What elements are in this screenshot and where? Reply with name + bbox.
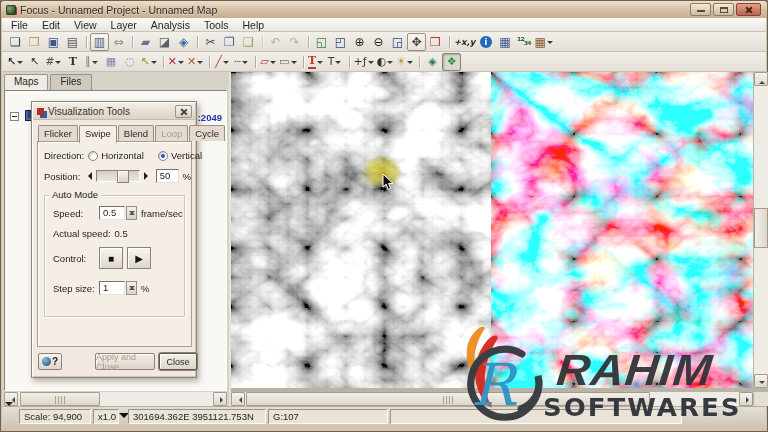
dropdown-arrow-icon[interactable]	[334, 54, 342, 70]
dropdown-arrow-icon[interactable]	[269, 54, 277, 70]
tab-swipe[interactable]: Swipe	[79, 125, 117, 143]
table-style-icon[interactable]: ▦	[533, 33, 554, 51]
tab-blend[interactable]: Blend	[118, 125, 154, 141]
apply-and-close-button[interactable]: Apply and Close	[95, 353, 155, 370]
dropdown-arrow-icon[interactable]	[54, 54, 62, 70]
map-vertical-scrollbar[interactable]	[754, 72, 768, 388]
eraser-icon[interactable]: ▰	[136, 33, 155, 51]
line-style-icon[interactable]: ╱	[213, 53, 232, 71]
dropdown-arrow-icon[interactable]	[386, 54, 394, 70]
layer-visual-icon[interactable]: ◈	[423, 53, 442, 71]
new-shapes-icon[interactable]: ✕	[167, 53, 186, 71]
redo-icon[interactable]: ↷	[285, 33, 304, 51]
function-icon[interactable]: +ƒ	[353, 53, 376, 71]
dropdown-arrow-icon[interactable]	[241, 54, 249, 70]
attribute-table-icon[interactable]: ▦	[495, 33, 514, 51]
menu-file[interactable]: File	[4, 19, 35, 31]
numeric-values-icon[interactable]: ¹²₃₄	[514, 33, 533, 51]
lasso-tool-icon[interactable]: ◌	[120, 53, 139, 71]
menu-analysis[interactable]: Analysis	[144, 19, 197, 31]
menu-help[interactable]: Help	[235, 19, 271, 31]
step-size-input[interactable]: 1	[99, 281, 125, 295]
maximize-button[interactable]	[713, 3, 734, 16]
tab-maps[interactable]: Maps	[4, 74, 48, 90]
pan-icon[interactable]: ✥	[407, 33, 426, 51]
minimize-button[interactable]	[690, 3, 711, 16]
menu-tools[interactable]: Tools	[197, 19, 236, 31]
save-icon[interactable]: ▣	[44, 33, 63, 51]
tab-flicker[interactable]: Flicker	[38, 125, 78, 141]
close-button[interactable]	[736, 3, 761, 16]
play-button[interactable]: ▶	[127, 247, 151, 269]
dropdown-arrow-icon[interactable]	[290, 54, 298, 70]
undo-icon[interactable]: ↶	[266, 33, 285, 51]
scroll-up-button[interactable]	[754, 72, 768, 86]
scrollbar-thumb[interactable]	[20, 392, 100, 406]
radio-horizontal[interactable]: Horizontal	[88, 150, 144, 161]
step-size-spinner[interactable]	[126, 281, 137, 295]
edit-shapes-icon[interactable]: ✕	[186, 53, 205, 71]
layer-manager-icon[interactable]: ▥	[90, 33, 109, 51]
copy-icon[interactable]: ❐	[220, 33, 239, 51]
menu-layer[interactable]: Layer	[104, 19, 144, 31]
scrollbar-thumb[interactable]	[246, 392, 650, 406]
area-select-icon[interactable]: ◪	[155, 33, 174, 51]
zoom-interactive-icon[interactable]: ◲	[388, 33, 407, 51]
slider-thumb[interactable]	[117, 170, 129, 183]
position-input[interactable]: 50	[156, 169, 179, 183]
dropdown-arrow-icon[interactable]	[367, 54, 375, 70]
tab-cycle[interactable]: Cycle	[189, 125, 225, 141]
dropdown-arrow-icon[interactable]	[196, 54, 204, 70]
vertex-tool-icon[interactable]: #	[44, 53, 63, 71]
scroll-left-button[interactable]	[231, 392, 245, 406]
print-icon[interactable]: ▤	[63, 33, 82, 51]
dropdown-arrow-icon[interactable]	[91, 54, 99, 70]
open-folder-icon[interactable]: ❒	[25, 33, 44, 51]
scrollbar-thumb[interactable]	[754, 208, 768, 248]
tab-files[interactable]: Files	[50, 74, 91, 90]
xy-coordinate-icon[interactable]: +x,y	[453, 33, 476, 51]
dropdown-arrow-icon[interactable]	[406, 54, 414, 70]
menu-view[interactable]: View	[67, 19, 104, 31]
text-style-icon[interactable]: T	[307, 53, 326, 71]
speed-input[interactable]: 0.5	[99, 206, 125, 220]
dropdown-arrow-icon[interactable]	[222, 54, 230, 70]
hatch-tool-icon[interactable]: ∥	[82, 53, 101, 71]
select-feature-icon[interactable]: ↖	[139, 53, 158, 71]
map-horizontal-scrollbar[interactable]	[231, 392, 753, 406]
scroll-right-button[interactable]	[213, 392, 227, 406]
menu-edit[interactable]: Edit	[35, 19, 67, 31]
scroll-down-button[interactable]	[754, 374, 768, 388]
zoom-factor[interactable]: x1.0	[93, 409, 119, 424]
slider-increase-icon[interactable]	[144, 172, 152, 180]
zoom-in-icon[interactable]: ⊕	[350, 33, 369, 51]
panel-horizontal-scrollbar[interactable]	[4, 392, 227, 406]
dropdown-arrow-icon[interactable]	[177, 54, 185, 70]
map-view[interactable]	[231, 72, 768, 406]
stamp-style-icon[interactable]: ▭	[278, 53, 298, 71]
zoom-out-icon[interactable]: ⊖	[369, 33, 388, 51]
dropdown-arrow-icon[interactable]	[16, 54, 24, 70]
dash-style-icon[interactable]: ┄	[232, 53, 251, 71]
grid-fill-icon[interactable]: ▦	[101, 53, 120, 71]
brightness-enhance-icon[interactable]: ☀	[395, 53, 415, 71]
stop-button[interactable]: ■	[99, 247, 123, 269]
dropdown-arrow-icon[interactable]	[316, 54, 324, 70]
slider-decrease-icon[interactable]	[84, 172, 92, 180]
visualization-tools-icon[interactable]: ❖	[442, 53, 461, 71]
splitter-arrow-icon[interactable]	[5, 402, 13, 410]
text-tool-icon[interactable]: T	[63, 53, 82, 71]
zoom-window-icon[interactable]: ◰	[331, 33, 350, 51]
radio-vertical[interactable]: Vertical	[158, 150, 202, 161]
dialog-title-bar[interactable]: Visualization Tools	[33, 103, 195, 120]
layers-icon[interactable]: ◈	[174, 33, 193, 51]
dialog-close-button[interactable]	[175, 105, 192, 118]
dialog-close-action-button[interactable]: Close	[159, 353, 197, 370]
map-canvas[interactable]	[231, 72, 753, 388]
pointer-tool-icon[interactable]: ↖	[25, 53, 44, 71]
contrast-enhance-icon[interactable]: ◐	[376, 53, 396, 71]
dropdown-arrow-icon[interactable]	[150, 54, 158, 70]
help-button[interactable]: ?	[38, 353, 62, 370]
info-icon[interactable]: i	[476, 33, 495, 51]
speed-spinner[interactable]	[126, 206, 137, 220]
